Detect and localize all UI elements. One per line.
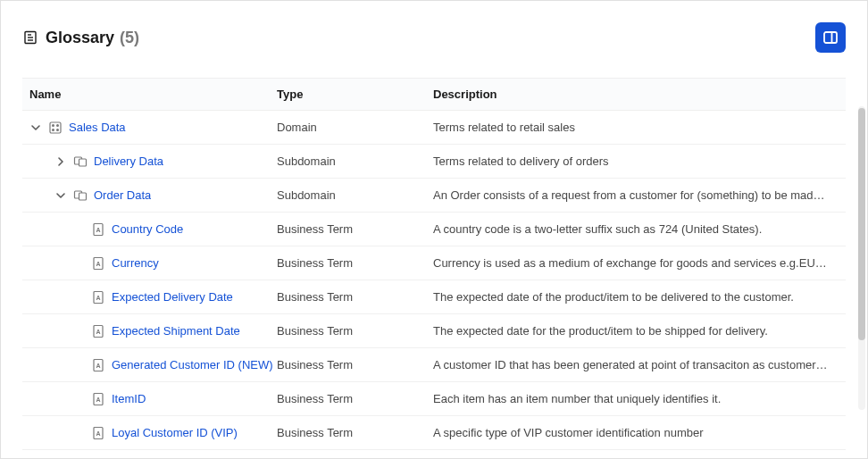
svg-text:A: A xyxy=(96,396,100,403)
table-row[interactable]: AExpected Delivery DateBusiness TermThe … xyxy=(22,280,846,314)
chevron-down-icon[interactable] xyxy=(29,121,42,134)
table-row[interactable]: ACurrencyBusiness TermCurrency is used a… xyxy=(22,246,846,280)
domain-icon xyxy=(48,121,63,135)
column-header-name[interactable]: Name xyxy=(22,88,277,101)
scrollbar-track[interactable] xyxy=(858,106,865,410)
svg-text:A: A xyxy=(96,295,100,301)
table-header: Name Type Description xyxy=(22,78,846,111)
subdomain-icon xyxy=(73,188,88,203)
item-type: Domain xyxy=(277,121,433,134)
item-description: Terms related to delivery of orders xyxy=(433,154,846,168)
item-name-link[interactable]: ItemID xyxy=(112,392,146,405)
table-row[interactable]: ALoyal Customer ID (VIP)Business TermA s… xyxy=(22,416,846,450)
item-type: Business Term xyxy=(277,290,433,304)
svg-rect-6 xyxy=(50,122,61,133)
term-icon: A xyxy=(91,324,105,338)
item-type: Business Term xyxy=(277,222,433,236)
item-type: Business Term xyxy=(277,392,433,405)
svg-rect-12 xyxy=(79,159,87,166)
item-name-link[interactable]: Expected Shipment Date xyxy=(112,324,240,338)
term-icon: A xyxy=(91,290,105,305)
item-description: The expected date for the product/item t… xyxy=(433,324,846,338)
subdomain-icon xyxy=(73,154,88,169)
panel-toggle-button[interactable] xyxy=(815,22,846,53)
chevron-down-icon[interactable] xyxy=(54,189,67,202)
item-name-link[interactable]: Order Data xyxy=(94,188,151,202)
svg-text:A: A xyxy=(96,363,100,369)
chevron-right-icon[interactable] xyxy=(54,155,67,168)
item-type: Business Term xyxy=(277,426,433,439)
column-header-type[interactable]: Type xyxy=(277,88,433,101)
item-name-link[interactable]: Sales Data xyxy=(69,121,126,134)
svg-text:A: A xyxy=(96,430,100,437)
scrollbar-thumb[interactable] xyxy=(858,108,865,340)
item-description: An Order consists of a request from a cu… xyxy=(433,188,846,202)
page-count: (5) xyxy=(120,29,139,47)
item-description: Terms related to retail sales xyxy=(433,121,846,134)
svg-rect-4 xyxy=(824,32,837,43)
svg-point-7 xyxy=(53,124,54,126)
item-description: The expected date of the product/item to… xyxy=(433,290,846,304)
item-type: Business Term xyxy=(277,256,433,270)
term-icon: A xyxy=(91,392,105,406)
svg-text:A: A xyxy=(96,329,100,335)
expand-placeholder xyxy=(72,359,85,371)
item-description: A country code is a two-letter suffix su… xyxy=(433,222,846,236)
table-row[interactable]: AItemIDBusiness TermEach item has an ite… xyxy=(22,382,846,416)
svg-rect-14 xyxy=(79,193,87,200)
table-row[interactable]: Order DataSubdomainAn Order consists of … xyxy=(22,179,846,213)
column-header-description[interactable]: Description xyxy=(433,88,846,101)
table-row[interactable]: AGenerated Customer ID (NEW)Business Ter… xyxy=(22,348,846,382)
svg-text:A: A xyxy=(96,261,100,267)
item-name-link[interactable]: Loyal Customer ID (VIP) xyxy=(112,426,238,439)
item-description: A customer ID that has been generated at… xyxy=(433,358,846,371)
item-type: Subdomain xyxy=(277,188,433,202)
term-icon: A xyxy=(91,222,105,237)
svg-point-9 xyxy=(53,129,54,130)
term-icon: A xyxy=(91,426,105,440)
expand-placeholder xyxy=(72,427,85,439)
item-description: A specific type of VIP customer identifi… xyxy=(433,426,846,439)
item-type: Subdomain xyxy=(277,154,433,168)
item-name-link[interactable]: Delivery Data xyxy=(94,154,163,168)
page-title: Glossary (5) xyxy=(46,29,139,47)
item-name-link[interactable]: Expected Delivery Date xyxy=(112,290,233,304)
table-row[interactable]: Delivery DataSubdomainTerms related to d… xyxy=(22,145,846,179)
expand-placeholder xyxy=(72,325,85,338)
svg-text:A: A xyxy=(96,227,100,233)
svg-point-10 xyxy=(57,129,59,130)
table-body: Sales DataDomainTerms related to retail … xyxy=(22,111,846,458)
expand-placeholder xyxy=(72,393,85,405)
expand-placeholder xyxy=(72,291,85,304)
item-description: Each item has an item number that unique… xyxy=(433,392,846,405)
item-type: Business Term xyxy=(277,324,433,338)
expand-placeholder xyxy=(72,257,85,270)
term-icon: A xyxy=(91,256,105,271)
table-row[interactable]: AExpected Shipment DateBusiness TermThe … xyxy=(22,314,846,348)
term-icon: A xyxy=(91,358,105,372)
item-description: Currency is used as a medium of exchange… xyxy=(433,256,846,270)
page-title-text: Glossary xyxy=(46,29,114,47)
svg-point-8 xyxy=(57,124,59,126)
table-row[interactable]: ACountry CodeBusiness TermA country code… xyxy=(22,213,846,246)
item-type: Business Term xyxy=(277,358,433,371)
item-name-link[interactable]: Generated Customer ID (NEW) xyxy=(112,358,273,371)
expand-placeholder xyxy=(72,223,85,236)
item-name-link[interactable]: Country Code xyxy=(112,222,183,236)
glossary-icon xyxy=(22,29,38,46)
item-name-link[interactable]: Currency xyxy=(112,256,159,270)
table-row[interactable]: Sales DataDomainTerms related to retail … xyxy=(22,111,846,145)
